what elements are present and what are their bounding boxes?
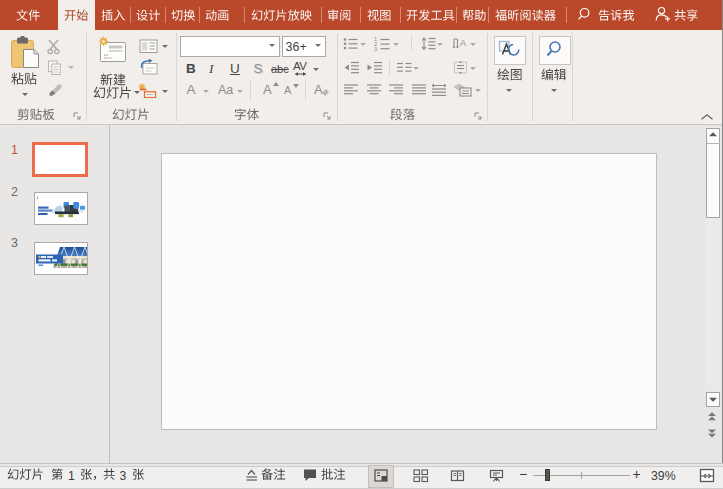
svg-text:A: A <box>460 38 466 48</box>
svg-text:3: 3 <box>374 46 377 51</box>
